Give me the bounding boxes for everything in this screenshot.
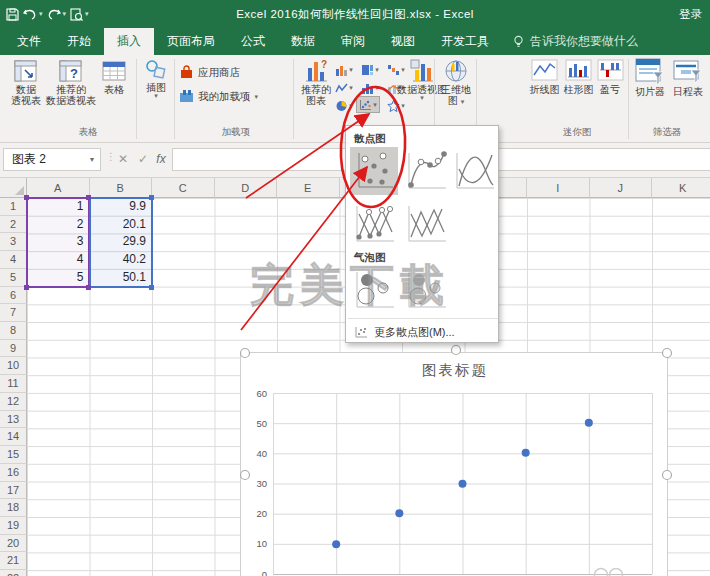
sign-in-button[interactable]: 登录 — [679, 0, 702, 28]
row-header-4[interactable]: 4 — [0, 251, 27, 269]
row-header-5[interactable]: 5 — [0, 269, 27, 287]
menu-section-scatter: 散点图 — [354, 132, 386, 146]
recommended-charts-button[interactable]: ? 推荐的图表 — [296, 58, 336, 106]
tab-view[interactable]: 视图 — [378, 28, 428, 55]
menu-option-scatter-smooth-markers[interactable] — [402, 147, 450, 195]
row-header-20[interactable]: 20 — [0, 535, 27, 553]
row-header-19[interactable]: 19 — [0, 517, 27, 535]
row-header-1[interactable]: 1 — [0, 198, 27, 216]
illustrations-button[interactable]: 插图 ▾ — [139, 58, 173, 99]
column-header-A[interactable]: A — [27, 178, 90, 198]
row-header-6[interactable]: 6 — [0, 287, 27, 305]
insert-function-icon[interactable]: fx — [152, 148, 170, 171]
column-header-C[interactable]: C — [152, 178, 215, 198]
row-header-2[interactable]: 2 — [0, 216, 27, 234]
tab-developer[interactable]: 开发工具 — [428, 28, 502, 55]
menu-option-scatter[interactable] — [350, 147, 398, 195]
name-box-dropdown-icon[interactable]: ▾ — [90, 149, 94, 170]
svg-text:?: ? — [70, 66, 78, 81]
column-header-B[interactable]: B — [90, 178, 153, 198]
row-header-9[interactable]: 9 — [0, 340, 27, 358]
column-header-D[interactable]: D — [215, 178, 278, 198]
insert-statistic-chart-button[interactable]: ▾ — [358, 79, 382, 96]
store-button[interactable]: 应用商店 — [179, 65, 240, 80]
row-header-16[interactable]: 16 — [0, 464, 27, 482]
row-header-18[interactable]: 18 — [0, 499, 27, 517]
ribbon-tab-row: 文件开始插入页面布局公式数据审阅视图开发工具 告诉我你想要做什么 — [0, 28, 710, 55]
chart-data-point[interactable] — [395, 509, 403, 517]
row-header-11[interactable]: 11 — [0, 375, 27, 393]
enter-icon[interactable]: ✓ — [134, 148, 152, 171]
range-fill-handle[interactable] — [149, 195, 154, 200]
column-header-J[interactable]: J — [590, 178, 653, 198]
cancel-icon[interactable]: ✕ — [114, 148, 132, 171]
insert-pie-chart-button[interactable]: ▾ — [332, 97, 356, 114]
chart-data-point[interactable] — [459, 480, 467, 488]
timeline-button[interactable]: 日程表 — [670, 58, 706, 97]
select-all-button[interactable] — [0, 178, 27, 198]
menu-option-scatter-straight-markers[interactable] — [350, 200, 398, 248]
insert-hierarchy-chart-button[interactable]: ▾ — [358, 61, 382, 78]
range-fill-handle[interactable] — [24, 195, 29, 200]
document-title: Excel 2016如何制作线性回归图.xlsx - Excel — [0, 0, 710, 28]
chart-y-tick-label: 60 — [256, 388, 267, 399]
map-3d-button[interactable]: 三维地图 ▾ — [437, 58, 475, 106]
sparkline-line-button[interactable]: 折线图 — [528, 58, 561, 95]
recommended-pivot-tables-button[interactable]: ? 推荐的数据透视表 — [46, 58, 96, 106]
menu-option-scatter-straight[interactable] — [402, 200, 450, 248]
row-header-8[interactable]: 8 — [0, 322, 27, 340]
name-box[interactable]: 图表 2▾ — [3, 148, 101, 171]
row-header-21[interactable]: 21 — [0, 552, 27, 570]
tab-review[interactable]: 审阅 — [328, 28, 378, 55]
menu-more-scatter-charts[interactable]: 更多散点图(M)... — [350, 323, 496, 341]
row-header-15[interactable]: 15 — [0, 446, 27, 464]
tab-insert[interactable]: 插入 — [104, 28, 154, 55]
row-header-14[interactable]: 14 — [0, 428, 27, 446]
watermark: 完美下載 — [250, 256, 480, 315]
group-label-sparklines: 迷你图 — [563, 126, 592, 139]
sparkline-column-button[interactable]: 柱形图 — [562, 58, 595, 95]
slicer-button[interactable]: 切片器 — [632, 58, 668, 97]
chart-data-point[interactable] — [585, 419, 593, 427]
row-header-22[interactable]: 22 — [0, 570, 27, 576]
range-fill-handle[interactable] — [149, 285, 154, 290]
range-fill-handle[interactable] — [86, 285, 91, 290]
insert-line-chart-button[interactable]: ▾ — [332, 79, 356, 96]
embedded-chart[interactable]: 图表标题 0102030405060 — [240, 352, 668, 576]
svg-text:?: ? — [321, 59, 327, 70]
sparkline-winloss-button[interactable]: 盈亏 — [596, 58, 624, 95]
tab-home[interactable]: 开始 — [54, 28, 104, 55]
pivot-table-icon — [13, 58, 39, 84]
store-icon — [179, 65, 194, 80]
menu-option-scatter-smooth[interactable] — [450, 147, 498, 195]
row-header-13[interactable]: 13 — [0, 411, 27, 429]
chart-data-point[interactable] — [522, 449, 530, 457]
timeline-icon — [673, 58, 703, 86]
range-fill-handle[interactable] — [86, 195, 91, 200]
tab-formulas[interactable]: 公式 — [228, 28, 278, 55]
insert-scatter-chart-button[interactable]: ▾ — [356, 96, 380, 113]
group-label-tables: 表格 — [79, 126, 98, 139]
range-fill-handle[interactable] — [24, 285, 29, 290]
my-addins-button[interactable]: 我的加载项 ▾ — [179, 89, 258, 104]
row-header-3[interactable]: 3 — [0, 233, 27, 251]
row-header-12[interactable]: 12 — [0, 393, 27, 411]
table-button[interactable]: 表格 — [96, 58, 132, 95]
tab-file[interactable]: 文件 — [4, 28, 54, 55]
column-header-K[interactable]: K — [652, 178, 710, 198]
insert-column-chart-button[interactable]: ▾ — [332, 61, 356, 78]
pivot-table-button[interactable]: 数据透视表 — [6, 58, 46, 106]
tab-data[interactable]: 数据 — [278, 28, 328, 55]
tab-page-layout[interactable]: 页面布局 — [154, 28, 228, 55]
row-header-10[interactable]: 10 — [0, 357, 27, 375]
column-header-I[interactable]: I — [527, 178, 590, 198]
column-header-E[interactable]: E — [277, 178, 340, 198]
my-addins-icon — [179, 89, 194, 104]
slicer-icon — [635, 58, 665, 86]
chart-data-point[interactable] — [332, 540, 340, 548]
row-header-7[interactable]: 7 — [0, 304, 27, 322]
chart-y-tick-label: 50 — [256, 418, 267, 429]
tell-me-box[interactable]: 告诉我你想要做什么 — [502, 28, 648, 55]
row-header-17[interactable]: 17 — [0, 482, 27, 500]
lightbulb-icon — [512, 35, 525, 48]
